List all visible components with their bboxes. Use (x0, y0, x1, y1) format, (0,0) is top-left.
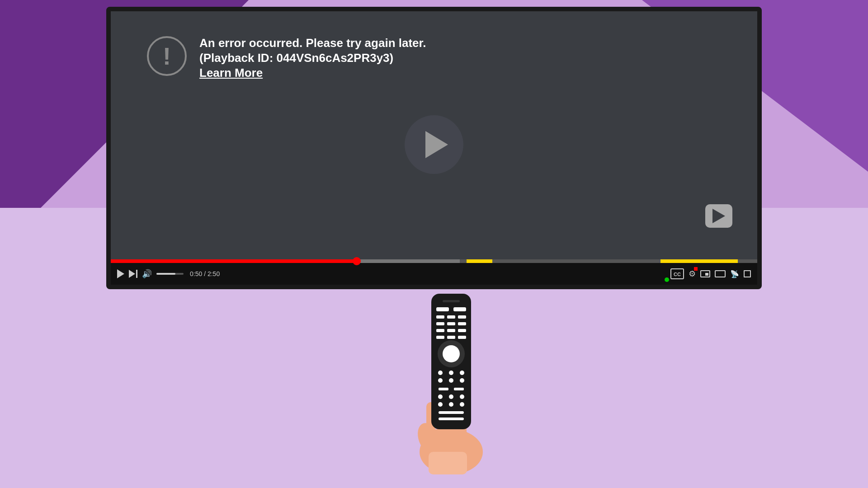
cast-icon: 📡 (730, 270, 739, 278)
svg-rect-24 (447, 336, 455, 339)
svg-point-30 (460, 371, 464, 375)
progress-yellow-1 (467, 259, 492, 263)
settings-badge: ● (694, 267, 698, 271)
remote-with-hand (388, 280, 514, 474)
cast-button[interactable]: 📡 (730, 270, 739, 278)
error-line2: (Playback ID: 044VSn6cAs2PR3y3) (199, 51, 426, 65)
miniplayer-icon (705, 273, 708, 276)
volume-fill (156, 273, 175, 275)
tv-monitor: ! An error occurred. Please try again la… (106, 7, 762, 289)
svg-rect-14 (436, 315, 444, 319)
svg-point-39 (438, 402, 443, 407)
scene: ! An error occurred. Please try again la… (0, 0, 868, 488)
play-button[interactable] (117, 269, 124, 278)
error-line1: An error occurred. Please try again late… (199, 36, 426, 50)
volume-icon: 🔊 (142, 269, 152, 279)
time-display: 0:50 / 2:50 (190, 270, 220, 277)
svg-point-33 (460, 378, 464, 383)
fullscreen-button[interactable] (744, 270, 751, 277)
cc-button[interactable]: CC (670, 268, 684, 279)
next-button[interactable] (129, 270, 137, 278)
svg-rect-12 (436, 307, 449, 311)
svg-rect-35 (454, 388, 464, 390)
svg-rect-21 (447, 329, 455, 332)
volume-button[interactable]: 🔊 (142, 269, 152, 279)
svg-rect-16 (458, 315, 466, 319)
theater-button[interactable] (715, 270, 726, 277)
svg-rect-23 (436, 336, 444, 339)
miniplayer-button[interactable] (700, 270, 710, 277)
svg-point-31 (438, 378, 443, 383)
svg-point-29 (449, 371, 453, 375)
svg-rect-11 (443, 300, 460, 302)
volume-slider[interactable] (156, 273, 184, 275)
settings-icon: ⚙ (689, 269, 696, 278)
svg-rect-25 (458, 336, 466, 339)
svg-rect-42 (439, 411, 464, 414)
svg-rect-34 (439, 388, 448, 390)
svg-point-37 (449, 394, 453, 399)
video-area: ! An error occurred. Please try again la… (111, 11, 757, 259)
youtube-play-icon (712, 209, 725, 223)
settings-button[interactable]: ⚙ ● (689, 269, 696, 279)
progress-buffered (356, 259, 460, 263)
svg-rect-10 (429, 452, 467, 474)
play-ctrl-icon (117, 269, 124, 278)
svg-point-38 (460, 394, 464, 399)
svg-point-41 (460, 402, 464, 407)
play-icon (425, 131, 448, 158)
progress-yellow-2 (660, 259, 738, 263)
svg-point-32 (449, 378, 453, 383)
svg-point-40 (449, 402, 453, 407)
learn-more-link[interactable]: Learn More (199, 66, 426, 80)
progress-bar[interactable] (111, 259, 757, 263)
svg-rect-15 (447, 315, 455, 319)
error-text-block: An error occurred. Please try again late… (199, 36, 426, 80)
center-play-button[interactable] (405, 115, 463, 174)
cc-icon: CC (674, 272, 681, 277)
error-container: ! An error occurred. Please try again la… (147, 36, 426, 80)
svg-rect-20 (436, 329, 444, 332)
error-icon-circle: ! (147, 36, 187, 76)
svg-point-28 (438, 371, 443, 375)
svg-point-36 (438, 394, 443, 399)
svg-rect-22 (458, 329, 466, 332)
svg-rect-43 (439, 418, 464, 420)
next-line-icon (136, 270, 137, 278)
svg-point-27 (443, 345, 460, 362)
svg-rect-17 (436, 322, 444, 325)
youtube-logo (705, 204, 732, 228)
svg-rect-18 (447, 322, 455, 325)
status-dot (665, 277, 669, 282)
svg-rect-19 (458, 322, 466, 325)
exclamation-icon: ! (163, 44, 171, 68)
progress-played (111, 259, 356, 263)
next-triangle-icon (129, 270, 135, 278)
svg-rect-13 (453, 307, 466, 311)
